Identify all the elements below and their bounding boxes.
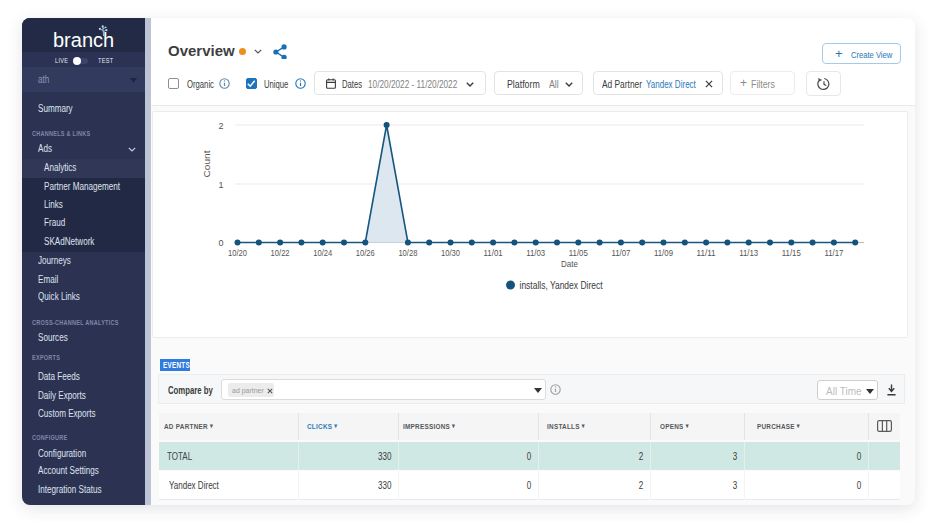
svg-text:10/26: 10/26 xyxy=(355,248,374,258)
svg-text:10/24: 10/24 xyxy=(313,248,332,258)
svg-text:11/03: 11/03 xyxy=(526,248,545,258)
svg-text:10/28: 10/28 xyxy=(398,248,417,258)
svg-text:11/01: 11/01 xyxy=(483,248,502,258)
svg-text:11/09: 11/09 xyxy=(654,248,673,258)
svg-text:Date: Date xyxy=(561,259,578,269)
svg-text:11/05: 11/05 xyxy=(568,248,587,258)
svg-text:10/22: 10/22 xyxy=(270,248,289,258)
svg-text:0: 0 xyxy=(218,238,223,248)
svg-text:11/13: 11/13 xyxy=(739,248,758,258)
svg-text:10/30: 10/30 xyxy=(441,248,460,258)
svg-text:Count: Count xyxy=(202,150,212,178)
svg-text:installs, Yandex Direct: installs, Yandex Direct xyxy=(519,280,602,291)
svg-text:1: 1 xyxy=(218,180,223,190)
svg-text:11/17: 11/17 xyxy=(824,248,843,258)
svg-text:10/20: 10/20 xyxy=(228,248,247,258)
svg-text:11/11: 11/11 xyxy=(696,248,715,258)
svg-text:11/07: 11/07 xyxy=(611,248,630,258)
svg-text:11/15: 11/15 xyxy=(781,248,800,258)
svg-text:2: 2 xyxy=(218,121,223,131)
